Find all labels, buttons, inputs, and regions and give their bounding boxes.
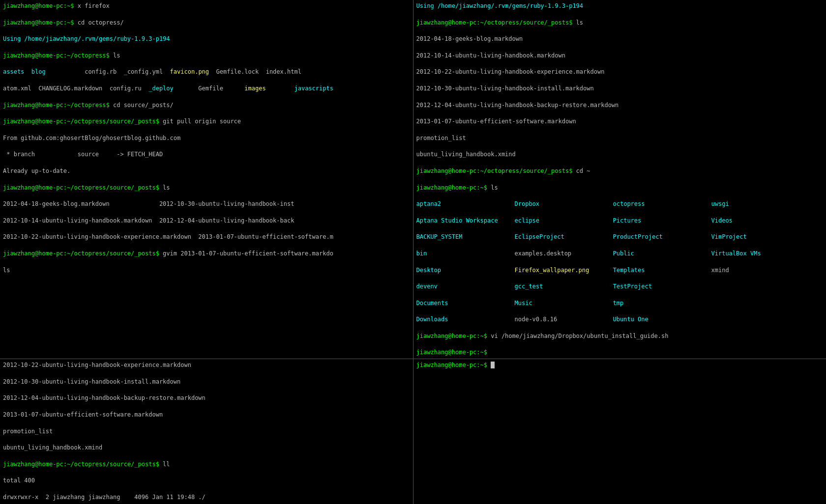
terminal-container: jiawzhang@home-pc:~$ x firefox jiawzhang… (0, 0, 826, 504)
top-row: jiawzhang@home-pc:~$ x firefox jiawzhang… (0, 0, 826, 359)
pane-top-right[interactable]: Using /home/jiawzhang/.rvm/gems/ruby-1.9… (413, 0, 826, 359)
pane-bottom-left[interactable]: 2012-10-22-ubuntu-living-handbook-experi… (0, 359, 413, 504)
pane-top-left[interactable]: jiawzhang@home-pc:~$ x firefox jiawzhang… (0, 0, 413, 359)
bottom-row: 2012-10-22-ubuntu-living-handbook-experi… (0, 359, 826, 504)
pane-bottom-right[interactable]: jiawzhang@home-pc:~$ (413, 359, 826, 504)
